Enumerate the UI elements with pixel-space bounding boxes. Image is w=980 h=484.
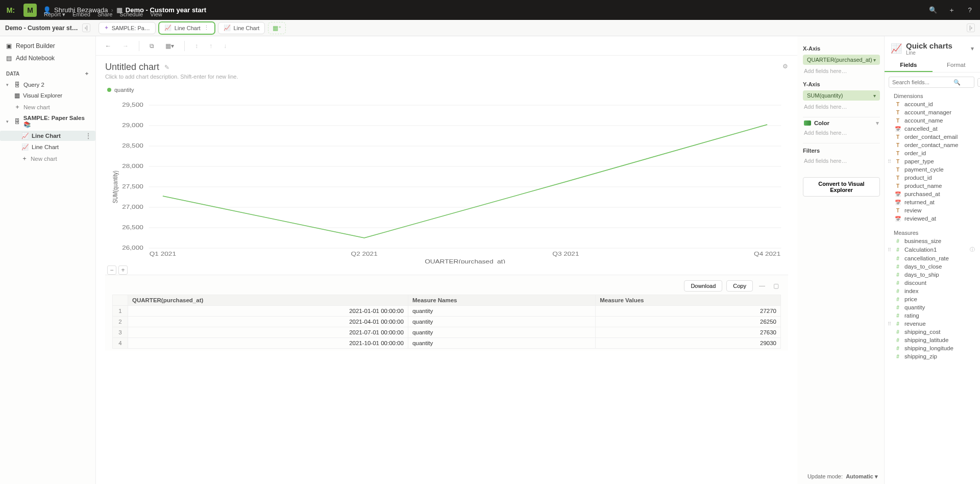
add-data-icon[interactable]: ＋ <box>84 70 89 77</box>
field-dimension[interactable]: ⠿ T product_name <box>889 182 976 190</box>
field-measure[interactable]: ⠿ # rating <box>889 311 976 320</box>
table-row[interactable]: 2 2021-04-01 00:00:00 quantity 26250 <box>113 317 781 327</box>
field-dimension[interactable]: ⠿ T order_contact_name <box>889 141 976 149</box>
yaxis-dropzone[interactable]: Add fields here… <box>803 103 880 114</box>
field-dimension[interactable]: ⠿ T review <box>889 206 976 214</box>
add-notebook-link[interactable]: ▤ Add Notebook <box>0 53 95 64</box>
popout-icon[interactable]: ▢ <box>771 281 781 291</box>
field-dimension[interactable]: ⠿ T order_id <box>889 149 976 157</box>
tab-format[interactable]: Format <box>933 59 981 72</box>
fx-button[interactable]: fx <box>977 78 980 87</box>
field-dimension[interactable]: ⠿ 📅 returned_at <box>889 198 976 206</box>
update-mode[interactable]: Update mode: Automatic ▾ <box>807 473 878 480</box>
zoom-out-button[interactable]: − <box>107 265 116 275</box>
chart-title[interactable]: Untitled chart <box>105 62 159 72</box>
field-measure[interactable]: ⠿ # days_to_ship <box>889 271 976 279</box>
report-builder-link[interactable]: ▣ Report Builder <box>0 40 95 52</box>
field-measure[interactable]: ⠿ # shipping_zip <box>889 352 976 360</box>
field-measure[interactable]: ⠿ # business_size <box>889 237 976 245</box>
field-dimension[interactable]: ⠿ T paper_type <box>889 157 976 165</box>
undo-button[interactable]: ← <box>102 40 114 52</box>
field-measure[interactable]: ⠿ # quantity <box>889 303 976 311</box>
field-dimension[interactable]: ⠿ T account_name <box>889 116 976 125</box>
xaxis-pill[interactable]: QUARTER(purchased_at) ▾ <box>803 55 880 65</box>
info-icon[interactable]: ⓘ <box>970 246 975 253</box>
chart-legend[interactable]: quantity <box>107 87 788 93</box>
field-dimension[interactable]: ⠿ 📅 cancelled_at <box>889 125 976 133</box>
field-dimension[interactable]: ⠿ 📅 reviewed_at <box>889 214 976 223</box>
menu-share[interactable]: Share <box>97 11 112 18</box>
more-icon[interactable]: ⋮ <box>85 132 91 139</box>
field-measure[interactable]: ⠿ # shipping_latitude <box>889 336 976 344</box>
field-measure[interactable]: ⠿ # Calculation1 ⓘ <box>889 245 976 254</box>
filters-dropzone[interactable]: Add fields here… <box>803 157 880 168</box>
field-measure[interactable]: ⠿ # cancellation_rate <box>889 254 976 262</box>
field-dimension[interactable]: ⠿ T account_id <box>889 100 976 108</box>
tree-linechart-1[interactable]: 📈 Line Chart ⋮ <box>0 131 95 141</box>
add-tab-button[interactable]: ▦⁺ <box>268 22 286 34</box>
tab-linechart-active[interactable]: 📈 Line Chart ⋮ <box>159 22 215 34</box>
field-measure[interactable]: ⠿ # price <box>889 295 976 303</box>
table-header[interactable]: Measure Names <box>408 295 595 306</box>
chart-description[interactable]: Click to add chart description. Shift-en… <box>105 74 788 80</box>
grid-dropdown[interactable]: ▦▾ <box>162 40 177 52</box>
sort-desc-button[interactable]: ↓ <box>220 40 230 52</box>
search-icon[interactable]: 🔍 <box>927 4 939 16</box>
field-dimension[interactable]: ⠿ 📅 purchased_at <box>889 190 976 198</box>
sort-asc-button[interactable]: ↑ <box>206 40 215 52</box>
field-measure[interactable]: ⠿ # index <box>889 287 976 295</box>
field-measure[interactable]: ⠿ # revenue <box>889 320 976 328</box>
copy-button[interactable]: Copy <box>726 280 753 292</box>
collapse-sidebar-icon[interactable]: ‹| <box>82 23 90 32</box>
download-button[interactable]: Download <box>684 280 722 292</box>
table-row[interactable]: 1 2021-01-01 00:00:00 quantity 27270 <box>113 306 781 317</box>
tree-new-chart[interactable]: ＋ New chart <box>0 102 95 112</box>
field-dimension[interactable]: ⠿ T order_contact_email <box>889 133 976 141</box>
color-dropzone[interactable]: Add fields here… <box>803 129 880 140</box>
menu-schedule[interactable]: Schedule <box>119 11 143 18</box>
app-logo-icon[interactable]: M: <box>4 4 17 17</box>
redo-button[interactable]: → <box>119 40 132 52</box>
menu-report[interactable]: Report ▾ <box>44 11 65 18</box>
table-row[interactable]: 3 2021-07-01 00:00:00 quantity 27630 <box>113 327 781 338</box>
sort-none-button[interactable]: ↕ <box>192 40 201 52</box>
table-row[interactable]: 4 2021-10-01 00:00:00 quantity 29030 <box>113 338 781 349</box>
table-header[interactable]: Measure Values <box>596 295 781 306</box>
field-dimension[interactable]: ⠿ T account_manager <box>889 108 976 116</box>
color-section[interactable]: Color ▾ <box>803 117 880 129</box>
tab-linechart-2[interactable]: 📈 Line Chart <box>218 22 265 34</box>
field-measure[interactable]: ⠿ # discount <box>889 279 976 287</box>
tab-sample[interactable]: ✦ SAMPLE: Pa… <box>99 22 156 34</box>
minimize-icon[interactable]: — <box>757 281 767 291</box>
yaxis-pill[interactable]: SUM(quantity) ▾ <box>803 90 880 101</box>
search-input[interactable] <box>889 77 974 88</box>
menu-embed[interactable]: Embed <box>72 11 90 18</box>
edit-title-icon[interactable]: ✎ <box>164 64 169 71</box>
zoom-in-button[interactable]: + <box>118 265 128 275</box>
table-header[interactable]: QUARTER(purchased_at) <box>128 295 408 306</box>
xaxis-dropzone[interactable]: Add fields here… <box>803 67 880 78</box>
workspace-logo-icon[interactable]: M <box>23 4 37 17</box>
add-icon[interactable]: ＋ <box>945 4 958 16</box>
quickcharts-header[interactable]: 📈 Quick charts Line ▾ <box>885 36 980 59</box>
yaxis-label: Y-Axis <box>803 81 880 87</box>
more-icon[interactable]: ⋮ <box>204 25 209 31</box>
tree-query[interactable]: ▾ 🗄 Query 2 <box>0 80 95 89</box>
field-measure[interactable]: ⠿ # shipping_longitude <box>889 344 976 352</box>
field-measure[interactable]: ⠿ # shipping_cost <box>889 328 976 336</box>
tree-visual-explorer[interactable]: ▦ Visual Explorer <box>0 90 95 101</box>
expand-fields-icon[interactable]: |› <box>967 23 975 32</box>
tree-linechart-2[interactable]: 📈 Line Chart <box>0 142 95 152</box>
tab-fields[interactable]: Fields <box>885 59 933 72</box>
field-dimension[interactable]: ⠿ T product_id <box>889 174 976 182</box>
field-measure[interactable]: ⠿ # days_to_close <box>889 262 976 271</box>
help-icon[interactable]: ? <box>964 4 976 16</box>
menu-view[interactable]: View <box>150 11 162 18</box>
tree-new-chart-2[interactable]: ＋ New chart <box>0 153 95 164</box>
field-dimension[interactable]: ⠿ T payment_cycle <box>889 165 976 174</box>
tree-sample[interactable]: ▾ 🗄 SAMPLE: Paper Sales 📚 <box>0 113 95 130</box>
convert-button[interactable]: Convert to Visual Explorer <box>803 177 880 197</box>
chart-settings-icon[interactable]: ⚙ <box>782 63 788 70</box>
chart-plot[interactable]: 26,000 26,500 27,000 27,500 28,000 28,50… <box>107 95 788 263</box>
duplicate-button[interactable]: ⧉ <box>146 40 157 52</box>
